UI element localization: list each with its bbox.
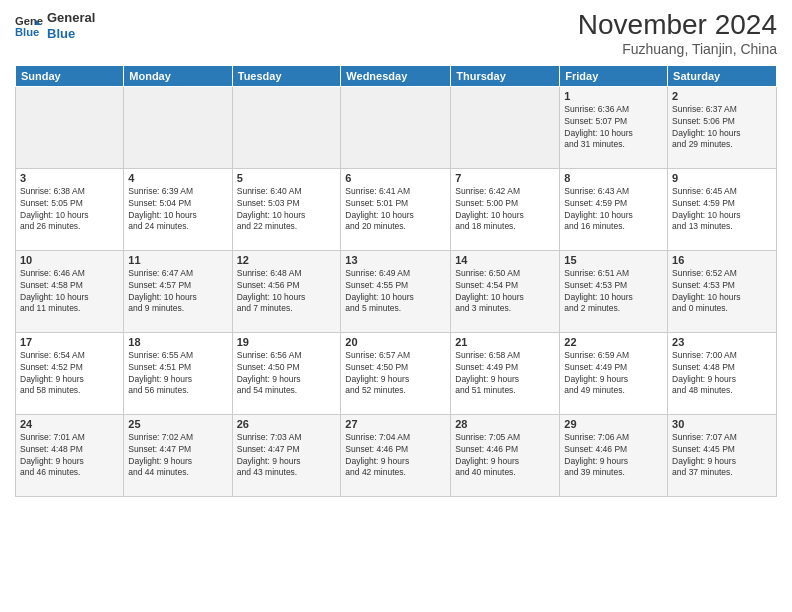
day-number: 23 — [672, 336, 772, 348]
day-number: 7 — [455, 172, 555, 184]
day-info: Sunrise: 6:38 AM Sunset: 5:05 PM Dayligh… — [20, 186, 119, 234]
calendar-day-cell: 4Sunrise: 6:39 AM Sunset: 5:04 PM Daylig… — [124, 168, 232, 250]
calendar-day-cell: 5Sunrise: 6:40 AM Sunset: 5:03 PM Daylig… — [232, 168, 341, 250]
day-number: 15 — [564, 254, 663, 266]
day-number: 13 — [345, 254, 446, 266]
calendar-day-cell: 12Sunrise: 6:48 AM Sunset: 4:56 PM Dayli… — [232, 250, 341, 332]
calendar-day-cell: 16Sunrise: 6:52 AM Sunset: 4:53 PM Dayli… — [668, 250, 777, 332]
day-number: 18 — [128, 336, 227, 348]
day-number: 8 — [564, 172, 663, 184]
day-info: Sunrise: 6:42 AM Sunset: 5:00 PM Dayligh… — [455, 186, 555, 234]
day-number: 22 — [564, 336, 663, 348]
calendar-day-cell: 25Sunrise: 7:02 AM Sunset: 4:47 PM Dayli… — [124, 414, 232, 496]
day-info: Sunrise: 6:36 AM Sunset: 5:07 PM Dayligh… — [564, 104, 663, 152]
day-info: Sunrise: 6:56 AM Sunset: 4:50 PM Dayligh… — [237, 350, 337, 398]
calendar-day-cell — [451, 86, 560, 168]
day-info: Sunrise: 7:07 AM Sunset: 4:45 PM Dayligh… — [672, 432, 772, 480]
calendar-header: SundayMondayTuesdayWednesdayThursdayFrid… — [16, 65, 777, 86]
day-info: Sunrise: 6:48 AM Sunset: 4:56 PM Dayligh… — [237, 268, 337, 316]
calendar-day-cell: 20Sunrise: 6:57 AM Sunset: 4:50 PM Dayli… — [341, 332, 451, 414]
day-info: Sunrise: 7:04 AM Sunset: 4:46 PM Dayligh… — [345, 432, 446, 480]
calendar-week-row: 24Sunrise: 7:01 AM Sunset: 4:48 PM Dayli… — [16, 414, 777, 496]
day-number: 5 — [237, 172, 337, 184]
calendar-day-cell — [16, 86, 124, 168]
logo-line1: General — [47, 10, 95, 26]
svg-text:Blue: Blue — [15, 26, 39, 38]
day-info: Sunrise: 6:47 AM Sunset: 4:57 PM Dayligh… — [128, 268, 227, 316]
day-number: 21 — [455, 336, 555, 348]
calendar-week-row: 3Sunrise: 6:38 AM Sunset: 5:05 PM Daylig… — [16, 168, 777, 250]
day-number: 29 — [564, 418, 663, 430]
day-info: Sunrise: 7:03 AM Sunset: 4:47 PM Dayligh… — [237, 432, 337, 480]
calendar-day-cell: 10Sunrise: 6:46 AM Sunset: 4:58 PM Dayli… — [16, 250, 124, 332]
calendar-day-cell: 24Sunrise: 7:01 AM Sunset: 4:48 PM Dayli… — [16, 414, 124, 496]
weekday-header: Sunday — [16, 65, 124, 86]
day-info: Sunrise: 6:43 AM Sunset: 4:59 PM Dayligh… — [564, 186, 663, 234]
calendar-day-cell: 2Sunrise: 6:37 AM Sunset: 5:06 PM Daylig… — [668, 86, 777, 168]
day-number: 1 — [564, 90, 663, 102]
calendar-day-cell: 28Sunrise: 7:05 AM Sunset: 4:46 PM Dayli… — [451, 414, 560, 496]
day-info: Sunrise: 6:49 AM Sunset: 4:55 PM Dayligh… — [345, 268, 446, 316]
day-info: Sunrise: 6:37 AM Sunset: 5:06 PM Dayligh… — [672, 104, 772, 152]
day-number: 6 — [345, 172, 446, 184]
day-number: 4 — [128, 172, 227, 184]
day-number: 25 — [128, 418, 227, 430]
header: General Blue General Blue November 2024 … — [15, 10, 777, 57]
svg-text:General: General — [15, 15, 43, 27]
day-info: Sunrise: 6:40 AM Sunset: 5:03 PM Dayligh… — [237, 186, 337, 234]
day-info: Sunrise: 7:00 AM Sunset: 4:48 PM Dayligh… — [672, 350, 772, 398]
day-number: 11 — [128, 254, 227, 266]
day-info: Sunrise: 6:41 AM Sunset: 5:01 PM Dayligh… — [345, 186, 446, 234]
logo-line2: Blue — [47, 26, 95, 42]
day-info: Sunrise: 7:01 AM Sunset: 4:48 PM Dayligh… — [20, 432, 119, 480]
weekday-header: Friday — [560, 65, 668, 86]
calendar-day-cell: 7Sunrise: 6:42 AM Sunset: 5:00 PM Daylig… — [451, 168, 560, 250]
day-info: Sunrise: 6:45 AM Sunset: 4:59 PM Dayligh… — [672, 186, 772, 234]
day-number: 10 — [20, 254, 119, 266]
day-number: 9 — [672, 172, 772, 184]
logo-icon: General Blue — [15, 12, 43, 40]
weekday-header: Thursday — [451, 65, 560, 86]
day-number: 16 — [672, 254, 772, 266]
calendar-day-cell — [124, 86, 232, 168]
day-number: 3 — [20, 172, 119, 184]
day-info: Sunrise: 7:06 AM Sunset: 4:46 PM Dayligh… — [564, 432, 663, 480]
calendar-day-cell — [232, 86, 341, 168]
calendar-day-cell — [341, 86, 451, 168]
calendar-table: SundayMondayTuesdayWednesdayThursdayFrid… — [15, 65, 777, 497]
calendar-day-cell: 8Sunrise: 6:43 AM Sunset: 4:59 PM Daylig… — [560, 168, 668, 250]
day-info: Sunrise: 6:54 AM Sunset: 4:52 PM Dayligh… — [20, 350, 119, 398]
day-info: Sunrise: 6:39 AM Sunset: 5:04 PM Dayligh… — [128, 186, 227, 234]
calendar-body: 1Sunrise: 6:36 AM Sunset: 5:07 PM Daylig… — [16, 86, 777, 496]
calendar-day-cell: 22Sunrise: 6:59 AM Sunset: 4:49 PM Dayli… — [560, 332, 668, 414]
day-number: 17 — [20, 336, 119, 348]
calendar-day-cell: 30Sunrise: 7:07 AM Sunset: 4:45 PM Dayli… — [668, 414, 777, 496]
calendar-day-cell: 19Sunrise: 6:56 AM Sunset: 4:50 PM Dayli… — [232, 332, 341, 414]
calendar-day-cell: 27Sunrise: 7:04 AM Sunset: 4:46 PM Dayli… — [341, 414, 451, 496]
calendar-subtitle: Fuzhuang, Tianjin, China — [578, 41, 777, 57]
weekday-row: SundayMondayTuesdayWednesdayThursdayFrid… — [16, 65, 777, 86]
day-info: Sunrise: 6:59 AM Sunset: 4:49 PM Dayligh… — [564, 350, 663, 398]
logo: General Blue General Blue — [15, 10, 95, 41]
calendar-day-cell: 21Sunrise: 6:58 AM Sunset: 4:49 PM Dayli… — [451, 332, 560, 414]
day-info: Sunrise: 6:51 AM Sunset: 4:53 PM Dayligh… — [564, 268, 663, 316]
day-info: Sunrise: 6:58 AM Sunset: 4:49 PM Dayligh… — [455, 350, 555, 398]
calendar-week-row: 1Sunrise: 6:36 AM Sunset: 5:07 PM Daylig… — [16, 86, 777, 168]
calendar-day-cell: 11Sunrise: 6:47 AM Sunset: 4:57 PM Dayli… — [124, 250, 232, 332]
day-number: 12 — [237, 254, 337, 266]
day-number: 20 — [345, 336, 446, 348]
day-number: 19 — [237, 336, 337, 348]
day-info: Sunrise: 6:46 AM Sunset: 4:58 PM Dayligh… — [20, 268, 119, 316]
day-number: 24 — [20, 418, 119, 430]
day-info: Sunrise: 6:55 AM Sunset: 4:51 PM Dayligh… — [128, 350, 227, 398]
day-number: 28 — [455, 418, 555, 430]
calendar-day-cell: 15Sunrise: 6:51 AM Sunset: 4:53 PM Dayli… — [560, 250, 668, 332]
page: General Blue General Blue November 2024 … — [0, 0, 792, 612]
weekday-header: Monday — [124, 65, 232, 86]
calendar-title: November 2024 — [578, 10, 777, 41]
day-info: Sunrise: 6:57 AM Sunset: 4:50 PM Dayligh… — [345, 350, 446, 398]
weekday-header: Saturday — [668, 65, 777, 86]
weekday-header: Wednesday — [341, 65, 451, 86]
day-number: 2 — [672, 90, 772, 102]
calendar-week-row: 17Sunrise: 6:54 AM Sunset: 4:52 PM Dayli… — [16, 332, 777, 414]
